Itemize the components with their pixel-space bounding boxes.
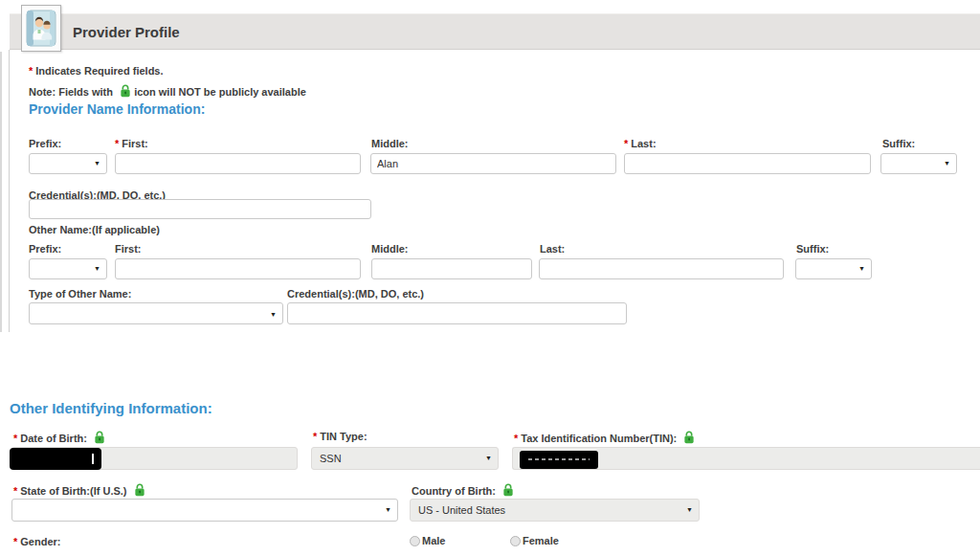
lock-icon <box>134 483 145 497</box>
chevron-down-icon: ▼ <box>686 500 693 521</box>
section-heading-provider-name: Provider Name Information: <box>29 101 205 117</box>
address-book-people-icon <box>26 10 56 47</box>
chevron-down-icon: ▼ <box>270 303 277 323</box>
other-first-label: First: <box>115 243 142 256</box>
state-of-birth-select[interactable]: ▼ <box>11 499 398 522</box>
page-title: Provider Profile <box>73 24 180 40</box>
gender-radio-male[interactable]: Male <box>410 535 445 546</box>
other-credentials-input[interactable] <box>287 302 627 324</box>
other-middle-input[interactable] <box>371 258 532 279</box>
first-name-input[interactable] <box>115 153 361 174</box>
last-name-label: *Last: <box>624 138 657 150</box>
chevron-down-icon: ▼ <box>944 154 950 173</box>
panel-left-border <box>9 50 10 332</box>
chevron-down-icon: ▼ <box>385 500 391 521</box>
other-suffix-label: Suffix: <box>796 243 829 256</box>
dob-redaction-box <box>10 448 101 470</box>
lock-icon <box>120 84 131 98</box>
suffix-label: Suffix: <box>882 138 915 150</box>
gender-radio-female[interactable]: Female <box>510 535 559 546</box>
middle-name-input[interactable] <box>370 153 616 174</box>
prefix-select[interactable]: ▼ <box>29 153 107 174</box>
chevron-down-icon: ▼ <box>858 259 865 278</box>
lock-icon <box>683 431 695 444</box>
dob-label: *Date of Birth: <box>13 431 105 445</box>
chevron-down-icon: ▼ <box>94 259 100 278</box>
other-name-label: Other Name:(If applicable) <box>29 224 160 236</box>
type-of-other-name-select[interactable]: ▼ <box>29 302 283 324</box>
other-prefix-label: Prefix: <box>29 243 61 256</box>
provider-profile-icon <box>21 5 61 52</box>
state-of-birth-label: *State of Birth:(If U.S.) <box>13 483 145 498</box>
last-name-input[interactable] <box>624 153 871 174</box>
radio-circle-icon <box>510 536 521 546</box>
text-cursor <box>92 454 94 464</box>
country-of-birth-label: Country of Birth: <box>412 483 514 498</box>
section-heading-other-identifying: Other Identifying Information: <box>10 400 212 416</box>
other-suffix-select[interactable]: ▼ <box>795 258 872 279</box>
tin-type-label: *TIN Type: <box>313 431 368 443</box>
credentials-input[interactable] <box>29 199 371 219</box>
other-last-input[interactable] <box>539 258 784 279</box>
privacy-note: Note: Fields with icon will NOT be publi… <box>29 84 306 98</box>
first-name-label: *First: <box>115 138 148 150</box>
other-middle-label: Middle: <box>371 243 409 256</box>
window-left-edge <box>0 52 2 332</box>
other-prefix-select[interactable]: ▼ <box>29 258 107 279</box>
other-last-label: Last: <box>540 243 565 256</box>
lock-icon <box>94 431 105 444</box>
chevron-down-icon: ▼ <box>94 154 100 173</box>
gender-label: *Gender: <box>13 536 60 548</box>
type-of-other-name-label: Type of Other Name: <box>29 288 131 300</box>
lock-icon <box>502 483 514 497</box>
tin-redaction-box <box>520 451 598 469</box>
tin-type-select[interactable]: SSN▼ <box>311 447 499 470</box>
provider-profile-page: Provider Profile *Indicates Required fie… <box>0 0 980 556</box>
required-fields-note: *Indicates Required fields. <box>29 65 164 77</box>
other-first-input[interactable] <box>115 258 361 279</box>
other-credentials-label: Credential(s):(MD, DO, etc.) <box>287 288 424 300</box>
tin-label: *Tax Identification Number(TIN): <box>514 431 695 445</box>
chevron-down-icon: ▼ <box>485 448 492 469</box>
middle-name-label: Middle: <box>371 138 409 150</box>
masked-value-dashes <box>528 458 590 460</box>
radio-circle-icon <box>410 536 420 546</box>
country-of-birth-select[interactable]: US - United States▼ <box>410 499 700 522</box>
suffix-select[interactable]: ▼ <box>880 153 957 174</box>
prefix-label: Prefix: <box>29 138 61 150</box>
